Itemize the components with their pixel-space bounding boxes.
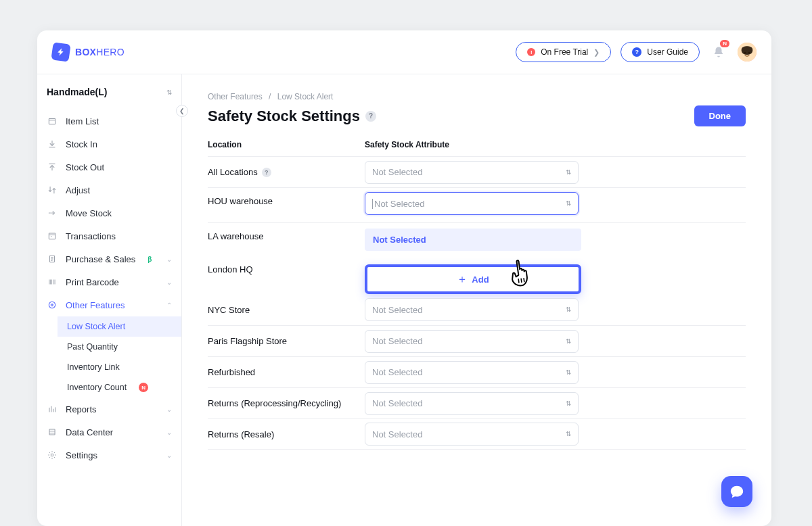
sidebar-sub-inventory-count[interactable]: Inventory CountN (58, 377, 181, 398)
column-header-location: Location (208, 140, 365, 149)
swap-icon (47, 185, 58, 195)
column-header-attribute: Safety Stock Attribute (365, 140, 746, 149)
gear-icon (47, 450, 58, 460)
row-london-hq: London HQ ＋ Add (208, 254, 746, 294)
attribute-select-returns-rr[interactable]: Not Selected⇅ (365, 392, 579, 415)
attribute-select-paris[interactable]: Not Selected⇅ (365, 330, 579, 353)
logo-text: BOXHERO (75, 47, 125, 57)
sidebar-item-item-list[interactable]: Item List (37, 110, 181, 133)
brand-logo[interactable]: BOXHERO (52, 43, 125, 61)
sidebar-item-print-barcode[interactable]: Print Barcode⌄ (37, 270, 181, 293)
sidebar-item-data-center[interactable]: Data Center⌄ (37, 421, 181, 444)
arrow-up-icon (47, 162, 58, 172)
svg-rect-3 (49, 119, 55, 124)
attribute-select-all[interactable]: Not Selected⇅ (365, 161, 579, 184)
chevron-down-icon: ⌄ (166, 452, 172, 459)
row-hou-warehouse: HOU warehouse Not Selected ⇅ (208, 187, 746, 222)
attribute-select-refurbished[interactable]: Not Selected⇅ (365, 361, 579, 384)
chevron-down-icon: ⌄ (166, 279, 172, 286)
sidebar-item-stock-out[interactable]: Stock Out (37, 156, 181, 178)
svg-rect-4 (49, 233, 55, 239)
updown-icon: ⇅ (566, 431, 571, 437)
updown-icon: ⇅ (566, 369, 571, 376)
content-pane: Other Features / Low Stock Alert Safety … (182, 74, 771, 526)
location-label: London HQ (208, 259, 365, 274)
attribute-select-hou[interactable]: Not Selected ⇅ (365, 192, 579, 215)
app-window: BOXHERO ! On Free Trial ❯ ? User Guide N… (37, 30, 771, 526)
sidebar: ❮ Handmade(L) ⇅ Item List Stock In Stock… (37, 74, 182, 526)
user-guide-pill[interactable]: ? User Guide (621, 42, 700, 62)
main-area: ❮ Handmade(L) ⇅ Item List Stock In Stock… (37, 74, 771, 526)
user-avatar[interactable] (738, 43, 757, 62)
chat-fab-button[interactable] (721, 476, 752, 507)
workspace-switcher-icon[interactable]: ⇅ (166, 89, 172, 96)
trial-pill[interactable]: ! On Free Trial ❯ (516, 42, 611, 62)
sidebar-sub-low-stock-alert[interactable]: Low Stock Alert (58, 316, 181, 337)
barcode-icon (47, 277, 58, 287)
chevron-down-icon: ⌄ (166, 256, 172, 263)
location-label: All Locations? (208, 167, 365, 177)
location-label: LA warehouse (208, 231, 365, 241)
row-nyc-store: NYC Store Not Selected⇅ (208, 294, 746, 325)
notifications-button[interactable]: N (709, 43, 728, 62)
location-label: Paris Flagship Store (208, 336, 365, 346)
plus-circle-icon (47, 300, 58, 310)
chart-icon (47, 404, 58, 414)
location-label: Returns (Reprocessing/Recycling) (208, 398, 365, 408)
row-la-warehouse: LA warehouse Not Selected (208, 222, 746, 254)
row-paris-flagship: Paris Flagship Store Not Selected⇅ (208, 325, 746, 356)
breadcrumb: Other Features / Low Stock Alert (208, 92, 746, 101)
dropdown-option-not-selected[interactable]: Not Selected (365, 229, 581, 251)
row-returns-reprocessing: Returns (Reprocessing/Recycling) Not Sel… (208, 387, 746, 419)
svg-point-8 (51, 454, 53, 456)
row-refurbished: Refurbished Not Selected⇅ (208, 356, 746, 387)
breadcrumb-current[interactable]: Low Stock Alert (277, 92, 334, 101)
updown-icon: ⇅ (566, 200, 571, 207)
location-label: HOU warehouse (208, 192, 365, 206)
box-icon (47, 116, 58, 126)
svg-point-2 (748, 52, 750, 54)
bell-icon (713, 46, 725, 58)
help-icon[interactable]: ? (262, 168, 271, 177)
chat-icon (729, 484, 744, 499)
sidebar-sub-past-quantity[interactable]: Past Quantity (58, 337, 181, 357)
sidebar-item-reports[interactable]: Reports⌄ (37, 398, 181, 421)
attribute-select-returns-resale[interactable]: Not Selected⇅ (365, 423, 579, 446)
logo-hex-icon (51, 42, 70, 62)
chevron-down-icon: ⌄ (166, 406, 172, 413)
done-button[interactable]: Done (694, 105, 746, 126)
updown-icon: ⇅ (566, 169, 571, 176)
chevron-up-icon: ⌃ (166, 302, 172, 309)
row-returns-resale: Returns (Resale) Not Selected⇅ (208, 419, 746, 450)
sidebar-item-settings[interactable]: Settings⌄ (37, 444, 181, 467)
chevron-right-icon: ❯ (593, 48, 600, 57)
page-title: Safety Stock Settings ? (208, 107, 376, 125)
help-dot-icon: ? (632, 47, 641, 57)
sidebar-item-adjust[interactable]: Adjust (37, 178, 181, 201)
alert-dot-icon: ! (527, 48, 535, 56)
avatar-face-icon (738, 43, 757, 62)
trial-label: On Free Trial (541, 47, 588, 57)
sidebar-item-transactions[interactable]: Transactions (37, 224, 181, 247)
notif-badge: N (720, 40, 729, 47)
sidebar-item-stock-in[interactable]: Stock In (37, 133, 181, 156)
chevron-down-icon: ⌄ (166, 429, 172, 436)
updown-icon: ⇅ (566, 338, 571, 345)
attribute-select-nyc[interactable]: Not Selected⇅ (365, 298, 579, 321)
dropdown-add-button[interactable]: ＋ Add (365, 264, 581, 294)
sidebar-item-move-stock[interactable]: Move Stock (37, 201, 181, 224)
workspace-name: Handmade(L) (47, 87, 107, 97)
sidebar-item-other-features[interactable]: Other Features⌃ (37, 293, 181, 316)
document-icon (47, 254, 58, 264)
sidebar-sub-inventory-link[interactable]: Inventory Link (58, 357, 181, 377)
help-icon[interactable]: ? (365, 111, 376, 122)
arrow-right-icon (47, 208, 58, 218)
plus-icon: ＋ (457, 272, 468, 287)
breadcrumb-parent[interactable]: Other Features (208, 92, 263, 101)
sidebar-item-purchase-sales[interactable]: Purchase & Salesβ⌄ (37, 247, 181, 270)
top-bar: BOXHERO ! On Free Trial ❯ ? User Guide N (37, 30, 771, 74)
beta-badge: β (148, 256, 152, 263)
user-guide-label: User Guide (647, 47, 688, 57)
svg-point-1 (744, 52, 746, 54)
arrow-down-icon (47, 139, 58, 149)
